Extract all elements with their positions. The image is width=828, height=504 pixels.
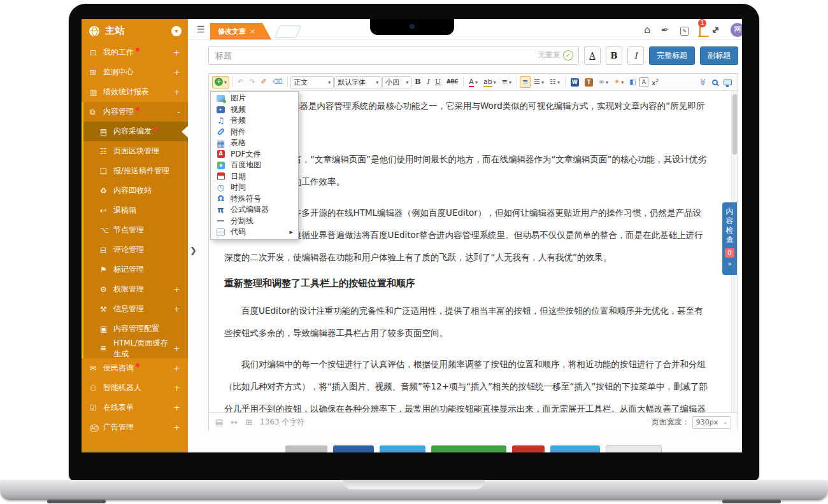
align-icon[interactable]: ≡▾	[499, 76, 514, 88]
paragraph-select[interactable]: 正文▾	[290, 76, 334, 88]
sidebar-item-smart-robot[interactable]: 智能机器人 +	[82, 378, 188, 398]
link-icon[interactable]: ∞▾	[596, 76, 611, 88]
text-block-icon[interactable]: A	[639, 77, 648, 87]
sidebar-item-comment-management[interactable]: 评论管理	[83, 240, 188, 260]
unordered-list-icon[interactable]: ☷▾	[547, 76, 562, 88]
superscript-icon[interactable]: x2	[649, 75, 661, 89]
content-check-tab[interactable]: 内容检查 0 »	[722, 202, 737, 275]
sidebar-header[interactable]: 主站	[82, 19, 188, 43]
preview-icon[interactable]	[721, 76, 734, 88]
expand-plus-icon[interactable]: +	[173, 284, 180, 294]
menu-item-code[interactable]: 代码▶	[211, 227, 298, 238]
expand-plus-icon[interactable]: +	[173, 67, 180, 77]
sidebar-item-public-consult[interactable]: 便民咨询 +	[82, 358, 188, 378]
scrollbar-thumb[interactable]	[732, 94, 737, 155]
sidebar-item-content-editing[interactable]: 内容采编发	[83, 122, 188, 141]
undo-icon[interactable]: ↶	[235, 76, 246, 88]
home-icon[interactable]	[644, 24, 650, 36]
action-button[interactable]	[380, 445, 425, 452]
menu-item-special-symbol[interactable]: 特殊符号	[211, 193, 298, 205]
word-count-icon[interactable]	[215, 417, 223, 427]
sidebar-item-html-cache[interactable]: HTML/页面缓存生成 +	[83, 339, 188, 358]
sidebar-item-permission-management[interactable]: 权限管理 +	[83, 279, 188, 299]
menu-item-pdf[interactable]: PDF文件	[211, 149, 298, 160]
action-button[interactable]	[285, 445, 327, 452]
article-audit-icon[interactable]	[680, 24, 689, 36]
menu-fold-icon[interactable]	[197, 25, 205, 34]
menu-item-table[interactable]: 表格	[211, 137, 298, 149]
sidebar-item-recycle-bin[interactable]: 内容回收站	[83, 181, 188, 200]
toolbar-more-icon[interactable]: ≫	[696, 76, 709, 88]
sidebar-item-info-management[interactable]: 信息管理 +	[83, 299, 188, 319]
menu-item-attachment[interactable]: 附件	[211, 127, 298, 138]
fullscreen-icon[interactable]	[711, 24, 720, 36]
redo-icon[interactable]: ↷	[246, 76, 257, 88]
sidebar-item-tag-management[interactable]: 标记管理	[83, 260, 188, 279]
strikethrough-icon[interactable]: ABC	[444, 76, 460, 88]
layout-panel-icon[interactable]: ◧	[627, 76, 638, 88]
font-select[interactable]: 默认字体▾	[334, 76, 382, 88]
italic-icon[interactable]: I	[424, 76, 432, 88]
sidebar-item-online-form[interactable]: 在线表单 +	[82, 398, 188, 417]
expand-plus-icon[interactable]: +	[173, 423, 180, 432]
sidebar-item-node-management[interactable]: 节点管理	[83, 220, 188, 240]
collapse-minus-icon[interactable]: -	[177, 107, 180, 116]
expand-plus-icon[interactable]: +	[173, 304, 180, 314]
avatar[interactable]: 网	[731, 23, 742, 37]
format-painter-icon[interactable]: ✐	[258, 76, 269, 88]
expand-plus-icon[interactable]: +	[173, 344, 180, 353]
expand-plus-icon[interactable]: +	[173, 363, 180, 373]
expand-plus-icon[interactable]: +	[173, 403, 180, 412]
search-icon[interactable]	[710, 76, 720, 88]
action-button[interactable]	[550, 445, 600, 452]
expand-plus-icon[interactable]: +	[173, 48, 180, 57]
sidebar-item-performance-report[interactable]: 绩效统计报表 +	[82, 82, 188, 102]
action-button[interactable]	[512, 445, 545, 452]
menu-item-date[interactable]: 日期	[211, 171, 298, 183]
menu-item-time[interactable]: 时间	[211, 182, 298, 193]
action-button[interactable]	[606, 445, 662, 452]
highlight-icon[interactable]: ab▾	[481, 76, 499, 88]
page-width-icon[interactable]	[231, 417, 238, 427]
editor-body[interactable]: 在线HTML编辑器是内容管理系统的最核心功能之一，它采用与Word类似的可视化编…	[209, 91, 738, 412]
title-bold-button[interactable]: B	[606, 46, 622, 65]
sidebar-item-content-management[interactable]: 内容管理 -	[83, 102, 188, 122]
size-select[interactable]: 小四▾	[382, 76, 411, 88]
bold-icon[interactable]: B	[412, 76, 423, 88]
sidebar-item-page-blocks[interactable]: 页面区块管理	[83, 141, 188, 161]
page-width-select[interactable]: 930px ⌄	[692, 416, 731, 429]
sidebar-item-content-config[interactable]: 内容管理配置	[83, 319, 188, 339]
expand-plus-icon[interactable]: +	[173, 87, 180, 97]
title-italic-button[interactable]: I	[627, 46, 644, 65]
element-path-icon[interactable]	[245, 417, 252, 427]
brush-icon[interactable]	[661, 24, 669, 36]
insert-button[interactable]: +▾	[212, 76, 229, 88]
tab-edit-article[interactable]: 修改文章 ×	[210, 23, 271, 39]
auto-format-icon[interactable]: ✶▾	[611, 76, 626, 88]
sidebar-item-push-manuscript[interactable]: 报/推送稿件管理	[83, 161, 188, 181]
menu-item-audio[interactable]: 音频	[211, 115, 298, 127]
word-import-icon[interactable]: W	[568, 76, 582, 88]
full-title-button[interactable]: 完整标题	[649, 46, 695, 65]
action-button[interactable]	[431, 445, 506, 452]
close-icon[interactable]: ×	[250, 27, 255, 36]
title-color-button[interactable]: A	[584, 46, 601, 65]
menu-item-divider[interactable]: 分割线	[211, 216, 298, 227]
indent-icon[interactable]: ≡	[520, 76, 531, 88]
expand-plus-icon[interactable]: +	[173, 383, 180, 393]
menu-item-formula-editor[interactable]: 公式编辑器	[211, 204, 298, 216]
font-color-icon[interactable]: A▾	[466, 76, 480, 88]
sidebar-item-rejected-box[interactable]: 退稿箱	[83, 200, 188, 220]
ordered-list-icon[interactable]: ☰▾	[531, 76, 546, 88]
chevron-down-icon[interactable]	[171, 26, 182, 36]
menu-item-image[interactable]: 图片	[211, 93, 298, 104]
menu-item-baidu-map[interactable]: 百度地图	[211, 160, 298, 171]
bell-icon[interactable]: 1	[699, 24, 701, 36]
paste-text-icon[interactable]: T	[582, 76, 596, 88]
sidebar-item-ad-management[interactable]: 广告管理 +	[82, 417, 188, 437]
sidebar-item-monitor-center[interactable]: 监测中心 +	[82, 62, 188, 82]
title-input[interactable]	[208, 46, 579, 65]
sidebar-collapse-handle[interactable]: ❯	[190, 246, 197, 255]
action-button[interactable]	[333, 445, 374, 452]
menu-item-video[interactable]: 视频	[211, 104, 298, 116]
